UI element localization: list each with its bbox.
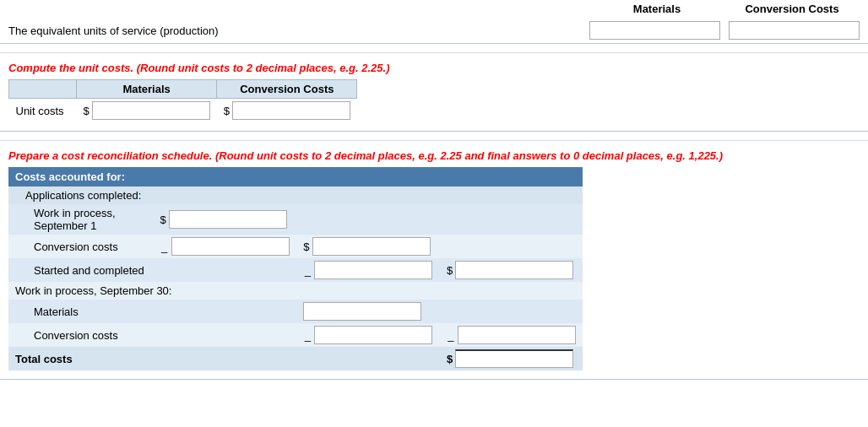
compute-empty-header [9,80,77,99]
costs-accounted-header: Costs accounted for: [8,167,583,186]
conv-costs-right-input[interactable] [312,237,431,256]
conv-dash: _ [160,241,169,253]
column-headers: Materials Conversion Costs [0,0,868,18]
dollar-sign-4: $ [303,241,309,253]
wip-sept1-input[interactable] [169,210,287,229]
compute-note: (Round unit costs to 2 decimal places, e… [137,62,390,74]
conv-costs-input[interactable] [171,237,290,256]
total-costs-input-wrapper: $ [447,349,576,368]
conv-costs2-input[interactable] [314,326,432,344]
conv-costs2-input-cell: _ [296,323,440,347]
materials-row: Materials [8,300,583,323]
compute-materials-header: Materials [77,80,217,99]
started-completed-empty [154,258,297,282]
wip-sept30-label: Work in process, September 30: [8,282,583,300]
unit-costs-conversion-input-wrapper: $ [224,101,350,120]
unit-costs-row: Unit costs $ $ [9,99,357,123]
conv-costs2-dash-wrapper: _ [303,326,433,344]
started-completed-row: Started and completed _ $ [8,258,583,282]
conv-costs-input-cell: _ [154,235,297,258]
started-completed-right-input[interactable] [455,261,573,279]
unit-costs-materials-cell: $ [77,99,217,123]
applications-completed-label: Applications completed: [8,186,583,204]
total-empty2 [296,347,440,370]
spacer-3 [0,132,868,140]
conv-costs-dollar-wrapper: $ [303,237,433,256]
materials-empty [154,300,297,323]
conv-costs2-right-wrapper: _ [447,326,576,344]
conversion-costs-header: Conversion Costs [724,3,860,15]
prepare-instruction: Prepare a cost reconciliation schedule. … [0,141,868,167]
conv-dash2: _ [303,329,312,342]
compute-static-text: Compute the unit costs. [8,62,133,74]
dollar-sign-2: $ [224,105,230,117]
wip-sept1-input-wrapper: $ [160,210,290,229]
wip-sept1-label: Work in process, September 1 [8,204,154,235]
dollar-sign-3: $ [160,214,166,226]
conv-costs-row: Conversion costs _ $ [8,235,583,258]
unit-costs-conversion-cell: $ [217,99,357,123]
equiv-materials-input[interactable] [589,21,720,40]
wip-sept1-empty2 [440,204,583,235]
prepare-note: (Round unit costs to 2 decimal places, e… [215,149,723,162]
conv-costs-empty [440,235,583,258]
compute-table: Materials Conversion Costs Unit costs $ … [8,79,357,122]
spacer-5 [0,380,868,388]
wip-sept1-empty [296,204,440,235]
unit-costs-label: Unit costs [9,99,77,123]
conv-costs2-right-input[interactable] [458,326,576,344]
wip-sept30-row: Work in process, September 30: [8,282,583,300]
spacer-4 [0,370,868,379]
unit-costs-conversion-input[interactable] [232,101,350,120]
compute-instruction: Compute the unit costs. (Round unit cost… [0,53,868,79]
materials-label: Materials [8,300,154,323]
started-completed-dollar-wrapper: $ [447,261,576,279]
conv-costs-label: Conversion costs [8,235,154,258]
dollar-sign-1: $ [84,105,90,117]
conv-costs2-empty [154,323,297,347]
started-completed-dollar-cell: $ [440,258,583,282]
wip-sept1-input-cell: $ [154,204,297,235]
started-completed-input[interactable] [314,261,432,279]
materials-input-wrapper [303,302,433,321]
materials-input-cell [296,300,440,323]
conv-costs-dollar-cell: $ [296,235,440,258]
prepare-static-text: Prepare a cost reconciliation schedule. [8,149,212,162]
spacer-1 [0,44,868,52]
total-costs-input-cell: $ [440,347,583,370]
materials-empty2 [440,300,583,323]
total-costs-label: Total costs [8,347,154,370]
started-completed-input-cell: _ [296,258,440,282]
equiv-units-row: The equivalent units of service (product… [0,18,868,43]
conv-dash3: _ [447,329,455,342]
unit-costs-materials-input-wrapper: $ [84,101,210,120]
started-completed-dash-wrapper: _ [303,261,433,279]
materials-header: Materials [589,3,724,15]
dollar-sign-6: $ [447,353,453,365]
wip-sept1-row: Work in process, September 1 $ [8,204,583,235]
started-completed-label: Started and completed [8,258,154,282]
started-dash: _ [303,264,312,277]
conv-costs2-row: Conversion costs _ _ [8,323,583,347]
conv-costs-dash-wrapper: _ [160,237,290,256]
conv-costs2-dash-cell: _ [440,323,583,347]
conv-costs2-label: Conversion costs [8,323,154,347]
recon-table: Costs accounted for: Applications comple… [8,167,583,370]
total-costs-row: Total costs $ [8,347,583,370]
equiv-units-label: The equivalent units of service (product… [8,24,589,37]
total-empty1 [154,347,297,370]
equiv-units-inputs [589,21,860,40]
compute-conversion-header: Conversion Costs [217,80,357,99]
applications-completed-row: Applications completed: [8,186,583,204]
total-costs-input[interactable] [455,349,573,368]
unit-costs-materials-input[interactable] [92,101,210,120]
materials-input[interactable] [303,302,421,321]
dollar-sign-5: $ [447,264,453,277]
spacer-2 [0,122,868,131]
equiv-conversion-input[interactable] [729,21,860,40]
